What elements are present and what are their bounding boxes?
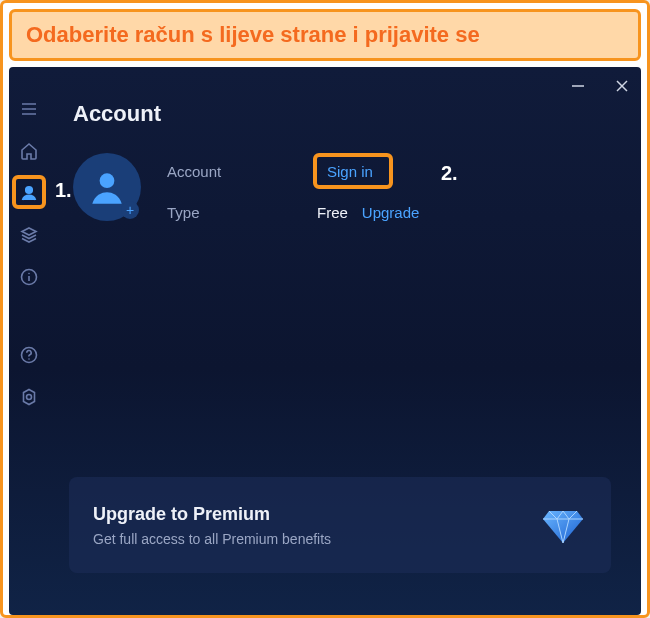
- svg-point-14: [100, 173, 115, 188]
- annotation-1: 1.: [55, 179, 72, 202]
- account-row: + Account Sign in Type Free Upgrade: [73, 153, 621, 221]
- upgrade-link[interactable]: Upgrade: [362, 204, 420, 221]
- svg-marker-12: [24, 390, 35, 405]
- svg-point-11: [28, 358, 30, 360]
- account-fields: Account Sign in Type Free Upgrade: [167, 153, 419, 221]
- diamond-icon: [539, 499, 587, 551]
- window-controls: [567, 75, 633, 97]
- type-label: Type: [167, 204, 277, 221]
- type-value-row: Free Upgrade: [317, 204, 419, 221]
- minimize-button[interactable]: [567, 75, 589, 97]
- avatar-add-icon: +: [121, 201, 139, 219]
- type-value: Free: [317, 204, 348, 221]
- upgrade-promo-card[interactable]: Upgrade to Premium Get full access to al…: [69, 477, 611, 573]
- signin-wrap: Sign in: [317, 157, 419, 186]
- account-label: Account: [167, 163, 277, 180]
- promo-subtitle: Get full access to all Premium benefits: [93, 531, 331, 547]
- sidebar: [9, 67, 49, 615]
- app-window: 1. 2. Account + Account Sign in Type: [9, 67, 641, 615]
- svg-point-9: [28, 273, 30, 275]
- instruction-banner: Odaberite račun s lijeve strane i prijav…: [9, 9, 641, 61]
- svg-point-6: [26, 187, 32, 193]
- info-icon[interactable]: [17, 265, 41, 289]
- help-icon[interactable]: [17, 343, 41, 367]
- account-icon[interactable]: [17, 181, 41, 205]
- page-title: Account: [73, 101, 621, 127]
- main-content: Account + Account Sign in Type Free Upgr: [73, 101, 621, 221]
- promo-title: Upgrade to Premium: [93, 504, 331, 525]
- avatar[interactable]: +: [73, 153, 141, 221]
- instruction-text: Odaberite račun s lijeve strane i prijav…: [26, 22, 480, 47]
- svg-point-13: [27, 395, 32, 400]
- menu-icon[interactable]: [17, 97, 41, 121]
- settings-icon[interactable]: [17, 385, 41, 409]
- promo-text: Upgrade to Premium Get full access to al…: [93, 504, 331, 547]
- screenshot-frame: Odaberite račun s lijeve strane i prijav…: [0, 0, 650, 618]
- layers-icon[interactable]: [17, 223, 41, 247]
- home-icon[interactable]: [17, 139, 41, 163]
- signin-link[interactable]: Sign in: [317, 157, 383, 186]
- close-button[interactable]: [611, 75, 633, 97]
- svg-marker-15: [543, 511, 583, 543]
